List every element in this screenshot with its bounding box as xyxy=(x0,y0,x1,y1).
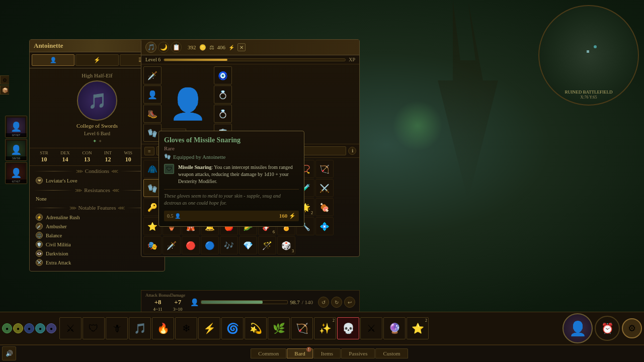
indicator-yellow[interactable]: ● xyxy=(13,323,23,333)
attack-bonus-stat: Attack Bonus +8 4~11 xyxy=(145,293,170,312)
main-portrait[interactable]: 👤 xyxy=(562,313,593,343)
race-icon-btn[interactable]: 🌙 xyxy=(158,42,169,53)
action-slot-15[interactable]: 🔮 xyxy=(383,317,406,339)
action-slot-10[interactable]: 🌿 xyxy=(268,317,290,339)
action-slot-5[interactable]: 🔥 xyxy=(152,317,174,339)
feature-icon: 👁️ xyxy=(36,250,43,257)
indicator-green[interactable]: ● xyxy=(2,323,12,333)
action-slot-6[interactable]: ❄ xyxy=(175,317,197,339)
tooltip-item-name: Gloves of Missile Snaring xyxy=(164,136,299,144)
action-slot-16[interactable]: ⭐ 2 xyxy=(407,317,429,339)
minimap[interactable]: RUINED BATTLEFIELD X:76 Y:65 xyxy=(538,5,639,106)
slot-body[interactable]: 👤 xyxy=(143,85,162,104)
bottom-tabs-row: 🔊 Common Bard ! Items Passives Custom xyxy=(0,345,644,361)
action-indicators: ● ● ● ● ● xyxy=(2,323,56,333)
character-portrait: 🎵 xyxy=(77,80,117,121)
hp-fill xyxy=(201,301,263,304)
tab-spells[interactable]: ⚡ xyxy=(75,54,118,66)
inv-cell-41[interactable]: 🗡️ xyxy=(163,236,181,254)
action-slot-9[interactable]: 💫 xyxy=(245,317,267,339)
gold-icon: 🪙 xyxy=(199,44,206,51)
right-controls: 👤 ⏰ ⚙ xyxy=(562,313,642,343)
action-slot-12[interactable]: ✨ 2 xyxy=(314,317,336,339)
stat-dex: DEX 14 xyxy=(60,150,70,163)
cycle-reset[interactable]: ↩ xyxy=(344,297,355,308)
action-slot-2[interactable]: 🛡 xyxy=(83,317,105,339)
minimap-coords: X:76 Y:65 xyxy=(581,95,597,100)
tab-custom[interactable]: Custom xyxy=(375,348,408,358)
equipped-icon: 🧤 xyxy=(164,153,171,160)
feature-extra-attack: ⚔️Extra Attack xyxy=(30,258,165,267)
tab-bard-badge: ! xyxy=(306,347,311,352)
info-button[interactable]: ℹ xyxy=(348,147,356,155)
avatar-1[interactable]: 👤 97/97 xyxy=(5,116,27,138)
slot-head[interactable]: 🗡️ xyxy=(143,66,162,84)
skills-icon-btn[interactable]: 📋 xyxy=(171,42,182,53)
inv-cell-47[interactable]: 🎲3 xyxy=(277,236,295,254)
inventory-header: 🎵 🌙 📋 392 🪙 ⚖ 406 ⚡ ✕ xyxy=(141,40,359,55)
filter-button[interactable]: ≡ xyxy=(144,147,154,155)
tab-common[interactable]: Common xyxy=(251,348,286,358)
inv-cell-43[interactable]: 🔵 xyxy=(201,236,219,254)
tab-bard[interactable]: Bard ! xyxy=(287,348,312,358)
inv-cell-45[interactable]: 💎 xyxy=(239,236,257,254)
close-button[interactable]: ✕ xyxy=(237,43,246,51)
class-icon-btn[interactable]: 🎵 xyxy=(145,42,156,53)
action-slot-8[interactable]: 🌀 xyxy=(221,317,244,339)
indicator-blue[interactable]: ● xyxy=(24,323,34,333)
indicator-teal[interactable]: ● xyxy=(35,323,45,333)
player-icon: 👤 xyxy=(190,298,199,307)
slot-boots[interactable]: 🥾 xyxy=(143,105,162,123)
inv-cell-44[interactable]: 🎶 xyxy=(220,236,238,254)
cycle-prev[interactable]: ↺ xyxy=(318,297,329,308)
gold-amount: 392 xyxy=(188,44,196,50)
weapon-cycle-buttons: ↺ ↻ ↩ xyxy=(318,297,355,308)
weight-icon2: 👤 xyxy=(175,213,181,219)
weight-unit: ⚡ xyxy=(228,45,234,50)
avatar-2[interactable]: 👤 58/58 xyxy=(5,139,27,161)
avatar-3[interactable]: 👤 67/67 xyxy=(5,162,27,184)
inv-cell-42[interactable]: 🔴 xyxy=(182,236,200,254)
inv-cell-39[interactable]: 💠 xyxy=(315,217,334,235)
tab-character[interactable]: 👤 xyxy=(32,54,74,66)
inv-cell-29[interactable]: 🍖 xyxy=(315,198,334,216)
class-level: Level 6 Bard xyxy=(84,131,110,136)
weight-icon: ⚖ xyxy=(209,44,214,51)
slot-count-12: 2 xyxy=(333,318,335,323)
weapon-bar: Attack Bonus +8 4~11 Damage +7 3~10 👤 98… xyxy=(141,290,360,314)
cycle-next[interactable]: ↻ xyxy=(331,297,342,308)
action-slot-14[interactable]: ⚔ xyxy=(360,317,382,339)
action-slot-13[interactable]: 💀 xyxy=(337,317,359,339)
action-slot-11[interactable]: 🏹 xyxy=(291,317,313,339)
xp-fill xyxy=(164,59,227,61)
action-bar: ● ● ● ● ● ⚔ 🛡 🗡 🎵 🔥 ❄ ⚡ 🌀 💫 🌿 🏹 ✨ 2 💀 ⚔ … xyxy=(0,312,644,362)
hp-bar-container: 👤 98.7 / 140 xyxy=(185,298,318,307)
stat-int: INT 12 xyxy=(104,150,112,163)
indicator-purple[interactable]: ● xyxy=(46,323,56,333)
inv-cell-19[interactable]: ⚔️ xyxy=(315,179,334,197)
speaker-icon[interactable]: 🔊 xyxy=(2,346,16,360)
level-bar: Level 6 XP xyxy=(141,55,359,64)
inv-cell-46[interactable]: 🪄 xyxy=(258,236,276,254)
edge-btn-2[interactable]: 📦 xyxy=(0,85,9,95)
tab-items[interactable]: Items xyxy=(313,348,341,358)
inv-cell-9[interactable]: 🏹 xyxy=(315,160,334,178)
action-slot-7[interactable]: ⚡ xyxy=(198,317,220,339)
action-slot-4[interactable]: 🎵 xyxy=(129,317,151,339)
slot-ring2[interactable]: 💍 xyxy=(214,105,232,123)
slot-ring1[interactable]: 💍 xyxy=(214,85,232,104)
character-switcher: 👤 97/97 👤 58/58 👤 67/67 xyxy=(5,116,27,184)
clock-button[interactable]: ⏰ xyxy=(595,316,620,341)
condition-icon: ❤ xyxy=(36,177,43,184)
gear-button[interactable]: ⚙ xyxy=(622,318,642,338)
slot-amulet[interactable]: 🧿 xyxy=(214,66,232,84)
action-slot-1[interactable]: ⚔ xyxy=(59,317,82,339)
tab-passives[interactable]: Passives xyxy=(341,348,375,358)
tooltip-ability: 🛡 Missile Snaring: You can intercept mis… xyxy=(164,164,299,185)
feature-icon: 🛡️ xyxy=(36,241,43,248)
xp-bar xyxy=(164,58,346,61)
action-slot-3[interactable]: 🗡 xyxy=(106,317,128,339)
edge-btn-1[interactable]: ⚙ xyxy=(0,75,9,84)
feature-icon: ⚖️ xyxy=(36,232,43,239)
inv-cell-40[interactable]: 🎭 xyxy=(143,236,162,254)
